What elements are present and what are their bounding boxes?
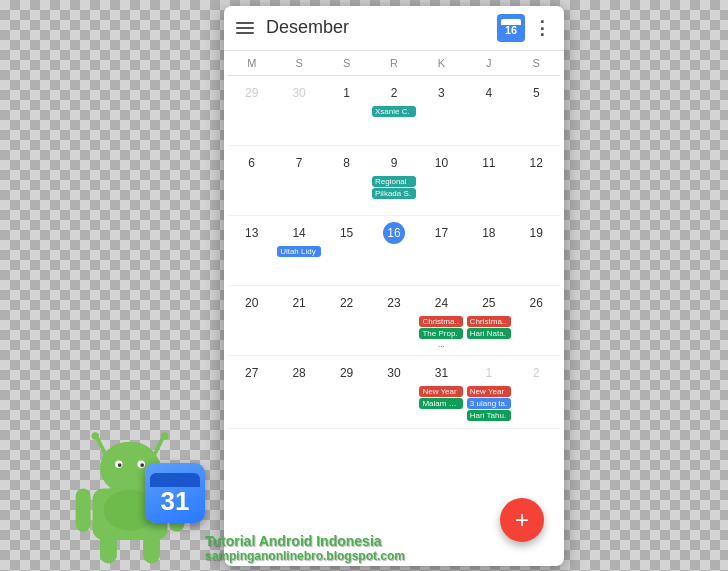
day-num: 20 [241,292,263,314]
day-num: 14 [288,222,310,244]
day-cell[interactable]: 21 [275,290,322,351]
day-num: 18 [478,222,500,244]
day-header-j: J [465,55,512,71]
day-num: 19 [525,222,547,244]
event-chip[interactable]: Ultah Lidy [277,246,321,257]
event-chip[interactable]: The Prop. [419,328,463,339]
week-row-5: 27 28 29 30 31 New Year Malam Ta.. 1 New… [228,356,560,429]
day-cell[interactable]: 11 [465,150,512,211]
day-num: 27 [241,362,263,384]
event-chip[interactable]: Christma.. [419,316,463,327]
day-num: 29 [336,362,358,384]
day-cell[interactable]: 10 [418,150,465,211]
day-cell[interactable]: 29 [228,80,275,141]
fab-add-event[interactable]: + [500,498,544,542]
week-row-4: 20 21 22 23 24 Christma.. The Prop. ... … [228,286,560,356]
event-chip[interactable]: New Year [467,386,511,397]
day-cell[interactable]: 15 [323,220,370,281]
android-calendar-badge: 31 [145,463,205,523]
day-cell-2[interactable]: 2 Xsanie C. [370,80,417,141]
tutorial-line1: Tutorial Android Indonesia [205,533,405,549]
day-header-r: R [370,55,417,71]
day-cell[interactable]: 2 [513,360,560,424]
day-cell[interactable]: 30 [370,360,417,424]
day-cell-9[interactable]: 9 Regional Pilkada S. [370,150,417,211]
week-row-1: 29 30 1 2 Xsanie C. 3 4 5 [228,76,560,146]
day-cell[interactable]: 8 [323,150,370,211]
badge-top [150,473,200,487]
day-num: 23 [383,292,405,314]
day-cell[interactable]: 1 [323,80,370,141]
day-cell-31[interactable]: 31 New Year Malam Ta.. [418,360,465,424]
day-cell[interactable]: 5 [513,80,560,141]
day-cell[interactable]: 29 [323,360,370,424]
event-chip[interactable]: Hari Tahu. [467,410,511,421]
day-num: 30 [383,362,405,384]
event-chip-new-year[interactable]: New Year [419,386,463,397]
day-cell[interactable]: 30 [275,80,322,141]
svg-rect-13 [143,534,160,564]
more-options-icon[interactable]: ⋮ [533,17,552,39]
day-num: 25 [478,292,500,314]
day-num: 30 [288,82,310,104]
day-num: 24 [430,292,452,314]
svg-point-3 [161,432,169,440]
svg-point-8 [140,463,144,467]
day-cell[interactable]: 28 [275,360,322,424]
day-num: 29 [241,82,263,104]
event-chip[interactable]: Pilkada S. [372,188,416,199]
week-row-3: 13 14 Ultah Lidy 15 16 17 18 19 [228,216,560,286]
calendar-grid: M S S R K J S 29 30 1 2 Xsanie C. 3 4 5 … [224,51,564,566]
badge-num: 31 [161,488,190,514]
day-num: 5 [525,82,547,104]
day-cell[interactable]: 17 [418,220,465,281]
day-header-s2: S [323,55,370,71]
day-cell-1-next[interactable]: 1 New Year 3 ulang ta. Hari Tahu. [465,360,512,424]
day-cell[interactable]: 3 [418,80,465,141]
day-num: 21 [288,292,310,314]
event-chip[interactable]: 3 ulang ta. [467,398,511,409]
day-header-k: K [418,55,465,71]
day-num: 8 [336,152,358,174]
day-num: 3 [430,82,452,104]
day-num: 31 [430,362,452,384]
day-header-s3: S [513,55,560,71]
day-num: 22 [336,292,358,314]
day-cell-14[interactable]: 14 Ultah Lidy [275,220,322,281]
calendar-header: Desember 16 ⋮ [224,6,564,51]
day-cell[interactable]: 7 [275,150,322,211]
svg-rect-10 [76,489,91,532]
event-chip[interactable]: Xsanie C. [372,106,416,117]
tutorial-text-block: Tutorial Android Indonesia sampinganonli… [205,533,405,563]
day-num: 10 [430,152,452,174]
day-num: 28 [288,362,310,384]
event-chip[interactable]: Regional [372,176,416,187]
day-cell-today[interactable]: 16 [370,220,417,281]
day-cell[interactable]: 19 [513,220,560,281]
day-cell[interactable]: 13 [228,220,275,281]
event-chip[interactable]: Hari Nata. [467,328,511,339]
event-chip[interactable]: Christma.. [467,316,511,327]
day-cell[interactable]: 6 [228,150,275,211]
svg-point-2 [92,432,100,440]
day-num: 6 [241,152,263,174]
calendar-today-button[interactable]: 16 [497,14,525,42]
event-chip[interactable]: Malam Ta.. [419,398,463,409]
day-cell[interactable]: 23 [370,290,417,351]
day-headers-row: M S S R K J S [228,51,560,76]
hamburger-menu-icon[interactable] [236,22,254,34]
day-cell[interactable]: 27 [228,360,275,424]
day-cell[interactable]: 4 [465,80,512,141]
day-cell[interactable]: 20 [228,290,275,351]
day-cell-25[interactable]: 25 Christma.. Hari Nata. [465,290,512,351]
day-num-today: 16 [383,222,405,244]
svg-point-7 [118,463,122,467]
day-cell[interactable]: 22 [323,290,370,351]
day-cell-24[interactable]: 24 Christma.. The Prop. ... [418,290,465,351]
svg-rect-12 [100,534,117,564]
day-cell[interactable]: 18 [465,220,512,281]
day-cell[interactable]: 26 [513,290,560,351]
day-num: 1 [478,362,500,384]
day-cell[interactable]: 12 [513,150,560,211]
day-num: 15 [336,222,358,244]
